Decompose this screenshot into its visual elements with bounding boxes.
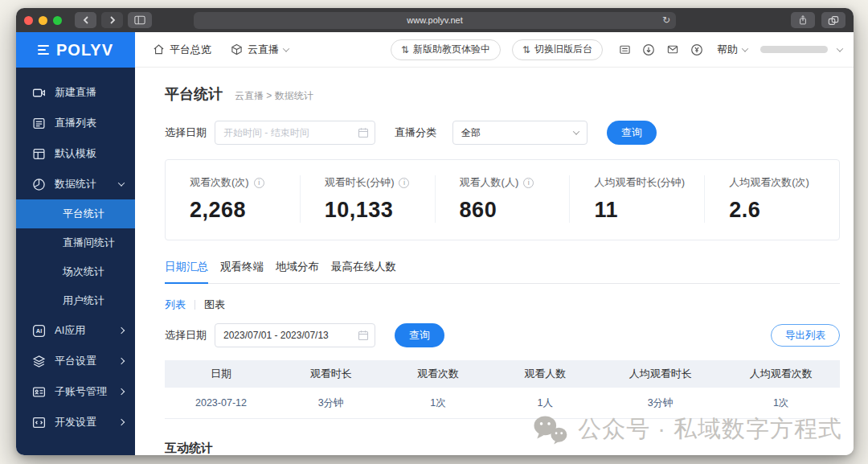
table-date-range-field[interactable]: [215, 324, 375, 347]
browser-forward-button[interactable]: [101, 12, 123, 28]
date-range-input[interactable]: [215, 121, 375, 145]
sidebar-item-label: 子账号管理: [55, 384, 110, 399]
table-query-button[interactable]: 查询: [395, 323, 444, 347]
top-filter-row: 选择日期 直播分类 全部 查询: [165, 121, 840, 145]
swap-arrows-icon: ⇅: [522, 44, 530, 55]
column-header: 观看次数: [384, 367, 491, 381]
browser-back-button[interactable]: [75, 12, 96, 28]
nav-platform-overview[interactable]: 平台总览: [153, 43, 211, 57]
export-list-button[interactable]: 导出列表: [771, 324, 840, 347]
browser-tabs-button[interactable]: [821, 12, 845, 28]
logo-text: POLYV: [56, 41, 113, 60]
close-window-button[interactable]: [24, 16, 33, 25]
list-view-toggle[interactable]: 列表: [165, 298, 186, 312]
sidebar-item-platform-settings[interactable]: 平台设置: [16, 346, 135, 376]
stat-avg-views: 人均观看次数(次) 2.6: [704, 175, 839, 223]
info-icon[interactable]: [523, 178, 534, 188]
help-menu[interactable]: 帮助: [717, 43, 747, 57]
browser-address-bar[interactable]: www.polyv.net ↻: [194, 12, 676, 29]
tab-region-distribution[interactable]: 地域分布: [276, 260, 319, 283]
stats-table: 日期 观看时长 观看次数 观看人数 人均观看时长 人均观看次数 2023-07-…: [165, 360, 840, 419]
sidebar-item-subaccount-management[interactable]: 子账号管理: [16, 376, 135, 407]
main-content: 平台统计 云直播 > 数据统计 选择日期 直播分类 全部 查询: [135, 68, 854, 455]
tab-view-terminal[interactable]: 观看终端: [220, 260, 264, 283]
stat-label: 观看次数(次): [190, 175, 249, 190]
browser-share-button[interactable]: [791, 12, 815, 28]
sidebar-item-session-stats[interactable]: 场次统计: [16, 257, 135, 286]
date-filter-label: 选择日期: [165, 125, 207, 140]
download-center-button[interactable]: [640, 41, 657, 59]
chevron-down-icon[interactable]: [837, 45, 843, 51]
share-icon: [798, 14, 808, 26]
nav-cloud-live[interactable]: 云直播: [231, 43, 289, 57]
tab-date-summary[interactable]: 日期汇总: [165, 260, 208, 283]
sidebar-item-room-stats[interactable]: 直播间统计: [16, 228, 135, 257]
stat-value: 860: [460, 198, 570, 223]
stat-label: 人均观看时长(分钟): [594, 175, 685, 190]
column-header: 人均观看时长: [599, 367, 722, 381]
chevron-right-icon: [118, 419, 125, 425]
sidebar-item-new-live[interactable]: 新建直播: [16, 77, 135, 108]
messages-button[interactable]: [664, 41, 682, 59]
stats-tabs: 日期汇总 观看终端 地域分布 最高在线人数: [165, 260, 840, 284]
swap-arrows-icon: ⇅: [401, 44, 409, 55]
sidebar-subitem-label: 平台统计: [63, 207, 104, 221]
nav-label: 平台总览: [170, 43, 211, 57]
sidebar-item-user-stats[interactable]: 用户统计: [16, 286, 135, 315]
browser-actions: [791, 12, 845, 28]
layers-icon: [32, 355, 46, 368]
fullscreen-window-button[interactable]: [53, 16, 62, 25]
date-range-field[interactable]: [215, 121, 375, 144]
reload-icon[interactable]: ↻: [662, 14, 670, 26]
cell-avg-duration: 3分钟: [599, 396, 722, 410]
pill-label: 切换旧版后台: [534, 43, 592, 56]
browser-sidebar-button[interactable]: [128, 12, 152, 28]
info-icon[interactable]: [399, 178, 409, 188]
chevron-down-icon: [573, 128, 579, 134]
finance-button[interactable]: [688, 41, 706, 59]
column-header: 观看人数: [492, 367, 599, 381]
calendar-icon: [358, 330, 369, 343]
chevron-right-icon: [118, 388, 125, 395]
chevron-right-icon: [118, 327, 125, 334]
billing-button[interactable]: [616, 41, 633, 59]
menu-toggle-icon[interactable]: [38, 45, 49, 55]
sidebar-item-dev-settings[interactable]: 开发设置: [16, 407, 135, 437]
new-assistant-pill-button[interactable]: ⇅ 新版助教页体验中: [391, 39, 501, 60]
column-header: 观看时长: [277, 367, 384, 381]
chevron-down-icon: [742, 45, 748, 51]
minimize-window-button[interactable]: [39, 16, 47, 25]
download-icon: [642, 43, 655, 56]
sidebar-item-label: 直播列表: [55, 116, 124, 130]
ai-icon: AI: [32, 324, 46, 338]
sidebar-item-default-template[interactable]: 默认模板: [16, 138, 135, 169]
sidebar-item-ai-apps[interactable]: AI AI应用: [16, 315, 135, 346]
sidebar-item-label: AI应用: [55, 323, 110, 338]
tab-max-online[interactable]: 最高在线人数: [331, 260, 396, 283]
polyv-logo[interactable]: POLYV: [16, 32, 135, 68]
stat-label: 人均观看次数(次): [729, 175, 809, 190]
sidebar-item-live-list[interactable]: 直播列表: [16, 108, 135, 138]
sidebar-item-platform-stats[interactable]: 平台统计: [16, 199, 135, 228]
sidebar-item-data-stats[interactable]: 数据统计: [16, 169, 135, 199]
stat-label: 观看时长(分钟): [325, 175, 395, 190]
sidebar-item-label: 数据统计: [55, 177, 110, 191]
table-filter-row: 选择日期 查询 导出列表: [165, 323, 840, 347]
pill-label: 新版助教页体验中: [413, 43, 490, 56]
info-icon[interactable]: [254, 178, 264, 188]
query-button[interactable]: 查询: [607, 121, 657, 145]
category-select[interactable]: 全部: [452, 121, 588, 145]
stat-value: 2.6: [729, 198, 839, 223]
column-header: 人均观看次数: [722, 367, 840, 381]
table-row[interactable]: 2023-07-12 3分钟 1次 1人 3分钟 1次: [165, 388, 840, 419]
stat-view-duration: 观看时长(分钟) 10,133: [300, 175, 435, 223]
chevron-left-icon: [83, 16, 89, 24]
sidebar: 新建直播 直播列表 默认模板 数据统计 平台统计: [16, 68, 135, 455]
chart-view-toggle[interactable]: 图表: [204, 298, 225, 312]
sidebar-item-label: 新建直播: [55, 85, 124, 100]
account-name-redacted[interactable]: [760, 46, 828, 53]
sidebar-toggle-icon: [134, 15, 145, 25]
table-date-range-input[interactable]: [215, 323, 375, 347]
switch-old-version-button[interactable]: ⇅ 切换旧版后台: [512, 39, 603, 60]
help-label: 帮助: [717, 43, 738, 57]
